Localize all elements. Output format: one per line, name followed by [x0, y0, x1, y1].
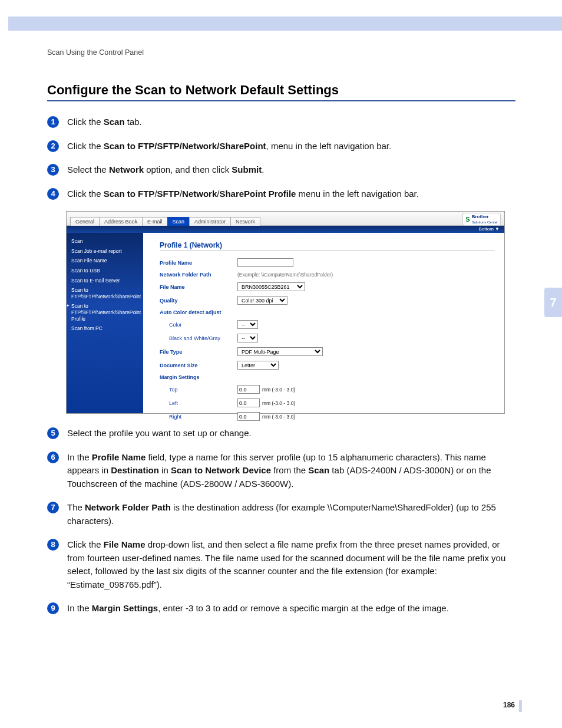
s6b: Profile Name: [92, 452, 146, 462]
step-5: 5 Select the profile you want to set up …: [47, 427, 515, 440]
panel-tabs: General Address Book E-mail Scan Adminis…: [67, 212, 504, 226]
label-nfp: Network Folder Path: [160, 272, 237, 278]
page-number-accent: [519, 700, 522, 712]
top-accent-strip: [8, 17, 562, 31]
brother-logo-sub: Solutions Center: [472, 220, 498, 224]
step-3-a: Select the: [67, 164, 109, 174]
input-margin-top[interactable]: [237, 385, 260, 394]
sidenav-ftp[interactable]: Scan to FTP/SFTP/Network/SharePoint: [69, 285, 141, 301]
step-8: 8 Click the File Name drop-down list, an…: [47, 538, 515, 591]
s8b: File Name: [104, 539, 146, 549]
step-bullet-4: 4: [47, 188, 59, 200]
step-4: 4 Click the Scan to FTP/SFTP/Network/Sha…: [47, 187, 515, 201]
panel-form: Profile 1 (Network) Profile Name Network…: [143, 233, 504, 413]
step-3: 3 Select the Network option, and then cl…: [47, 163, 515, 177]
step-bullet-3: 3: [47, 164, 59, 176]
sidenav-ftp-profile[interactable]: Scan to FTP/SFTP/Network/SharePoint Prof…: [69, 301, 141, 324]
step-bullet-8: 8: [47, 539, 59, 551]
unit-margin-top: mm (-3.0 - 3.0): [262, 387, 295, 393]
form-divider: [160, 251, 495, 251]
step-4-b3: Network: [182, 189, 217, 199]
label-margin-left: Left: [160, 400, 237, 406]
step-bullet-5: 5: [47, 427, 59, 439]
step-2-bold: Scan to FTP/SFTP/Network/SharePoint: [104, 141, 266, 151]
step-bullet-7: 7: [47, 502, 59, 513]
label-margin-top: Top: [160, 387, 237, 393]
bottom-link[interactable]: Bottom ▼: [479, 226, 500, 232]
panel-tab-addressbook[interactable]: Address Book: [99, 217, 143, 226]
embedded-screenshot: General Address Book E-mail Scan Adminis…: [66, 211, 505, 414]
label-margin-right: Right: [160, 414, 237, 420]
input-margin-left[interactable]: [237, 398, 260, 407]
select-autocolor-color[interactable]: --: [237, 320, 258, 329]
unit-margin-left: mm (-3.0 - 3.0): [262, 400, 295, 406]
s7b: Network Folder Path: [85, 502, 171, 512]
label-doc-size: Document Size: [160, 363, 237, 368]
s9b: Margin Settings: [92, 603, 158, 613]
select-file-type[interactable]: PDF Multi-Page: [237, 347, 323, 356]
page-title: Configure the Scan to Network Default Se…: [47, 83, 515, 98]
sidenav-scan[interactable]: Scan: [69, 236, 141, 246]
input-margin-right[interactable]: [237, 412, 260, 421]
step-4-b1: Scan to FTP: [104, 189, 155, 199]
step-4-post: menu in the left navigation bar.: [296, 189, 418, 199]
label-profile-name: Profile Name: [160, 260, 237, 266]
step-3-mid: option, and then click: [144, 164, 232, 174]
label-margin: Margin Settings: [160, 374, 237, 380]
step-4-b2: SFTP: [157, 189, 180, 199]
s6h: Scan: [308, 465, 329, 475]
content-area: Scan Using the Control Panel Configure t…: [47, 48, 515, 626]
form-title: Profile 1 (Network): [160, 241, 495, 249]
select-quality[interactable]: Color 300 dpi: [237, 296, 287, 305]
sidenav-filename[interactable]: Scan File Name: [69, 256, 141, 266]
step-2: 2 Click the Scan to FTP/SFTP/Network/Sha…: [47, 140, 515, 153]
select-doc-size[interactable]: Letter: [237, 361, 279, 370]
step-4-a: Click the: [67, 189, 104, 199]
label-autocolor-bw: Black and White/Gray: [160, 335, 237, 341]
panel-tab-admin[interactable]: Administrator: [189, 217, 231, 226]
step-bullet-2: 2: [47, 140, 59, 152]
panel-sidenav: Scan Scan Job e-mail report Scan File Na…: [67, 233, 143, 413]
s6e: in: [159, 465, 171, 475]
step-1-text-a: Click the: [67, 117, 104, 127]
step-3-b1: Network: [109, 164, 144, 174]
panel-tab-general[interactable]: General: [70, 217, 100, 226]
select-file-name[interactable]: BRN30055C25B261: [237, 282, 305, 291]
select-autocolor-bw[interactable]: --: [237, 334, 258, 342]
s6f: Scan to Network Device: [171, 465, 271, 475]
step-1-bold: Scan: [104, 117, 125, 127]
brother-logo-text: Brother: [472, 214, 489, 219]
sidenav-email[interactable]: Scan to E-mail Server: [69, 276, 141, 286]
sidenav-scanjob[interactable]: Scan Job e-mail report: [69, 246, 141, 256]
step-bullet-1: 1: [47, 116, 59, 128]
hint-nfp: (Example: \\ComputerName\SharedFolder): [237, 272, 333, 278]
step-bullet-6: 6: [47, 452, 59, 463]
input-profile-name[interactable]: [237, 258, 293, 267]
label-file-type: File Type: [160, 349, 237, 355]
panel-body: Scan Scan Job e-mail report Scan File Na…: [67, 233, 504, 413]
panel-tab-scan[interactable]: Scan: [167, 217, 190, 226]
step-4-b4: SharePoint Profile: [219, 189, 296, 199]
label-autocolor-color: Color: [160, 322, 237, 328]
step-3-post: .: [262, 164, 264, 174]
label-quality: Quality: [160, 298, 237, 304]
s7a: The: [67, 502, 85, 512]
brother-logo[interactable]: S Brother Solutions Center: [462, 213, 501, 226]
breadcrumb: Scan Using the Control Panel: [47, 48, 515, 57]
panel-tab-network[interactable]: Network: [230, 217, 260, 226]
label-file-name: File Name: [160, 284, 237, 290]
s6d: Destination: [111, 465, 159, 475]
step-2-text-b: , menu in the left navigation bar.: [266, 141, 392, 151]
step-1: 1 Click the Scan tab.: [47, 116, 515, 129]
page: 7 Scan Using the Control Panel Configure…: [0, 0, 562, 728]
step-bullet-9: 9: [47, 602, 59, 614]
brother-logo-icon: S: [465, 216, 470, 223]
panel-tab-email[interactable]: E-mail: [142, 217, 168, 226]
sidenav-usb[interactable]: Scan to USB: [69, 266, 141, 276]
step-3-b2: Submit: [232, 164, 262, 174]
step-6: 6 In the Profile Name field, type a name…: [47, 451, 515, 491]
sidenav-pc[interactable]: Scan from PC: [69, 324, 141, 334]
step-9: 9 In the Margin Settings, enter -3 to 3 …: [47, 602, 515, 615]
s9a: In the: [67, 603, 92, 613]
s6g: from the: [271, 465, 308, 475]
